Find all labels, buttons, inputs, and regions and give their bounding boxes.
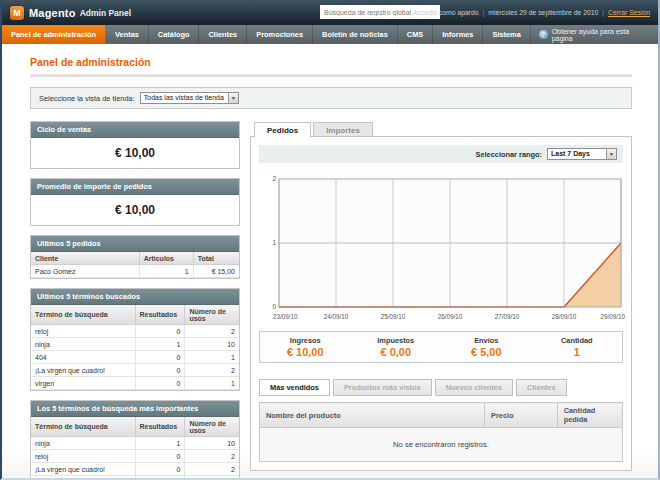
table-cell: 0 bbox=[135, 476, 185, 480]
table-cell: 2 bbox=[185, 463, 239, 476]
logout-link[interactable]: Cerrar Sesión bbox=[608, 9, 650, 16]
nav-item-3[interactable]: Clientes bbox=[199, 25, 247, 44]
table-row[interactable]: ¡La virgen que cuadro!02 bbox=[31, 364, 239, 377]
svg-text:29/09/10: 29/09/10 bbox=[600, 313, 625, 320]
table-row[interactable]: ninja110 bbox=[31, 437, 239, 450]
svg-text:23/09/10: 23/09/10 bbox=[273, 313, 298, 320]
dashboard-panel: Seleccionar rango: Last 7 Days ▼ 01223/0… bbox=[250, 136, 632, 471]
stat-label: Envios bbox=[441, 336, 532, 345]
table-cell: 1 bbox=[185, 476, 239, 480]
table-cell: virgen bbox=[31, 377, 135, 390]
range-bar: Seleccionar rango: Last 7 Days ▼ bbox=[259, 145, 623, 163]
table-row[interactable]: 40401 bbox=[31, 476, 239, 480]
main-nav: Panel de administraciónVentasCatálogoCli… bbox=[2, 25, 658, 44]
dashboard-left-column: Ciclo de ventas € 10,00 Promedio de impo… bbox=[30, 121, 240, 480]
table-cell: ninja bbox=[31, 338, 135, 351]
top-terms-table-mount: Término de búsquedaResultadosNúmero de u… bbox=[31, 417, 239, 480]
sales-cycle-box: Ciclo de ventas € 10,00 bbox=[30, 121, 240, 169]
store-view-select[interactable]: Todas las vistas de tienda ▼ bbox=[140, 92, 239, 104]
nav-items: Panel de administraciónVentasCatálogoCli… bbox=[2, 25, 531, 44]
table-row[interactable]: reloj02 bbox=[31, 450, 239, 463]
range-select-value: Last 7 Days bbox=[548, 149, 606, 159]
column-header: Número de usos bbox=[185, 305, 239, 325]
nav-item-8[interactable]: Sistema bbox=[483, 25, 530, 44]
range-label: Seleccionar rango: bbox=[475, 150, 542, 159]
tab-pedidos[interactable]: Pedidos bbox=[254, 122, 311, 137]
help-label: Obtener ayuda para esta página bbox=[552, 28, 650, 42]
table-cell: ¡La virgen que cuadro! bbox=[31, 463, 135, 476]
top-search-terms-box: Los 5 términos de búsqueda más important… bbox=[30, 400, 240, 480]
page-title: Panel de administración bbox=[30, 56, 632, 68]
empty-records-message: No se encontraron registros. bbox=[260, 428, 623, 462]
header-bar: M Magento Admin Panel Accedió como apard… bbox=[2, 0, 658, 25]
table-row[interactable]: virgen01 bbox=[31, 377, 239, 390]
column-header: Cantidad pedida bbox=[557, 403, 622, 428]
table-cell: 0 bbox=[135, 351, 185, 364]
stat-cantidad: Cantidad1 bbox=[532, 336, 623, 358]
last-orders-table-mount: ClienteArticulosTotalPaco Gomez1€ 15,00 bbox=[31, 252, 239, 278]
last-orders-title: Ultimos 5 pedidos bbox=[31, 236, 239, 252]
last-search-terms-box: Ultimos 5 términos buscados Término de b… bbox=[30, 288, 240, 391]
table-cell: Paco Gomez bbox=[31, 265, 139, 278]
table-cell: 1 bbox=[185, 377, 239, 390]
table-cell: 2 bbox=[185, 325, 239, 338]
column-header: Nombre del producto bbox=[260, 403, 485, 428]
nav-item-5[interactable]: Boletín de noticias bbox=[313, 25, 398, 44]
stat-impuestos: Impuestos€ 0,00 bbox=[351, 336, 442, 358]
grid-tab-3[interactable]: Clientes bbox=[516, 379, 567, 396]
column-header: Término de búsqueda bbox=[31, 305, 135, 325]
column-header: Precio bbox=[485, 403, 558, 428]
table-cell: 2 bbox=[185, 364, 239, 377]
table-row[interactable]: 40401 bbox=[31, 351, 239, 364]
grid-tab-2[interactable]: Nuevos clientes bbox=[435, 379, 513, 396]
last-orders-box: Ultimos 5 pedidos ClienteArticulosTotalP… bbox=[30, 235, 240, 279]
nav-item-4[interactable]: Promociones bbox=[247, 25, 313, 44]
average-order-value: € 10,00 bbox=[31, 195, 239, 225]
products-table: Nombre del productoPrecioCantidad pedida… bbox=[259, 402, 623, 462]
table-row[interactable]: ¡La virgen que cuadro!02 bbox=[31, 463, 239, 476]
help-link[interactable]: ? Obtener ayuda para esta página bbox=[531, 25, 658, 44]
chevron-down-icon: ▼ bbox=[228, 93, 238, 103]
table-cell: 0 bbox=[135, 377, 185, 390]
magento-admin-window: M Magento Admin Panel Accedió como apard… bbox=[0, 0, 660, 480]
table-row[interactable]: ninja110 bbox=[31, 338, 239, 351]
table-cell: 1 bbox=[135, 338, 185, 351]
table-cell: € 15,00 bbox=[193, 265, 239, 278]
grid-tab-0[interactable]: Más vendidos bbox=[259, 379, 330, 396]
table-cell: reloj bbox=[31, 450, 135, 463]
nav-item-7[interactable]: Informes bbox=[433, 25, 483, 44]
table-cell: 0 bbox=[135, 463, 185, 476]
table-cell: 10 bbox=[185, 437, 239, 450]
table-cell: 0 bbox=[135, 450, 185, 463]
last-terms-table: Término de búsquedaResultadosNúmero de u… bbox=[31, 305, 239, 390]
nav-item-6[interactable]: CMS bbox=[398, 25, 433, 44]
stat-label: Ingresos bbox=[260, 336, 351, 345]
svg-text:0: 0 bbox=[272, 303, 276, 310]
help-icon: ? bbox=[539, 30, 548, 39]
table-cell: 1 bbox=[185, 351, 239, 364]
table-row[interactable]: reloj02 bbox=[31, 325, 239, 338]
table-cell: ¡La virgen que cuadro! bbox=[31, 364, 135, 377]
chevron-down-icon: ▼ bbox=[606, 149, 616, 159]
nav-item-0[interactable]: Panel de administración bbox=[2, 25, 106, 44]
grid-tab-1[interactable]: Productos más vistos bbox=[333, 379, 432, 396]
products-table-header-row: Nombre del productoPrecioCantidad pedida bbox=[260, 403, 623, 428]
last-orders-table: ClienteArticulosTotalPaco Gomez1€ 15,00 bbox=[31, 252, 239, 278]
table-cell: 2 bbox=[185, 450, 239, 463]
range-select[interactable]: Last 7 Days ▼ bbox=[547, 148, 617, 160]
table-cell: ninja bbox=[31, 437, 135, 450]
table-cell: 10 bbox=[185, 338, 239, 351]
column-header: Resultados bbox=[135, 305, 185, 325]
table-row[interactable]: Paco Gomez1€ 15,00 bbox=[31, 265, 239, 278]
store-view-switcher: Seleccione la vista de tienda: Todas las… bbox=[30, 87, 632, 109]
stat-value: € 5,00 bbox=[441, 346, 532, 358]
svg-text:25/09/10: 25/09/10 bbox=[381, 313, 406, 320]
column-header: Resultados bbox=[135, 417, 185, 437]
tab-importes[interactable]: Importes bbox=[313, 122, 373, 137]
nav-item-1[interactable]: Ventas bbox=[106, 25, 149, 44]
separator: | bbox=[483, 9, 485, 16]
nav-item-2[interactable]: Catálogo bbox=[149, 25, 200, 44]
svg-text:2: 2 bbox=[272, 175, 276, 182]
magento-logo-icon: M bbox=[10, 6, 24, 20]
stat-label: Impuestos bbox=[351, 336, 442, 345]
